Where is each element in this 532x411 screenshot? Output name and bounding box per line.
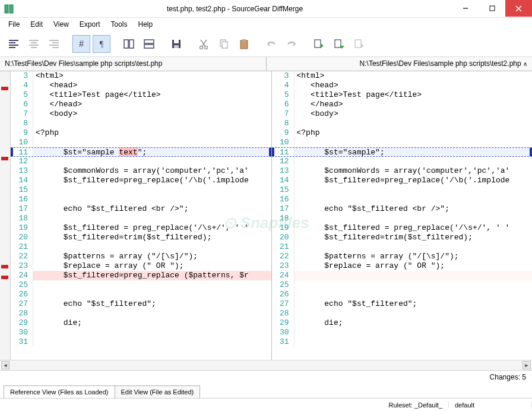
code-line[interactable]: 18 xyxy=(11,214,271,223)
apply-diff-icon[interactable] xyxy=(350,35,368,53)
hscroll-left[interactable]: ◄ ► xyxy=(0,361,532,370)
code-line[interactable]: 31 xyxy=(272,337,533,347)
redo-icon[interactable] xyxy=(283,35,300,53)
code-line[interactable]: 18 xyxy=(272,214,533,223)
code-line[interactable]: 10 xyxy=(11,138,271,147)
code-line[interactable]: 22 $patterns = array ("/[\s]/"); xyxy=(11,252,271,261)
code-line[interactable]: 4 <head> xyxy=(11,81,271,90)
menu-edit[interactable]: Edit xyxy=(26,19,48,30)
menu-help[interactable]: Help xyxy=(134,19,158,30)
svg-rect-0 xyxy=(5,5,8,13)
code-line[interactable]: 3<html> xyxy=(11,71,271,81)
scroll-right-arrow-icon[interactable]: ► xyxy=(522,361,531,369)
line-number: 6 xyxy=(11,100,33,109)
code-line[interactable]: 9<?php xyxy=(11,128,271,138)
line-number: 30 xyxy=(11,328,33,337)
code-line[interactable]: 4 <head> xyxy=(272,81,533,90)
code-line[interactable]: 27 echo "$st_filtered"; xyxy=(11,299,271,309)
left-code[interactable]: 3<html>4 <head>5 <title>Test page</title… xyxy=(11,71,271,360)
tab-edit-view[interactable]: Edit View (File as Edited) xyxy=(115,385,201,398)
maximize-button[interactable] xyxy=(479,0,505,17)
code-line[interactable]: 25 xyxy=(11,280,271,290)
code-line[interactable]: 14 $st_filtered=preg_replace('/\b('.impl… xyxy=(11,176,271,185)
code-line[interactable]: 8 xyxy=(11,119,271,128)
copy-icon[interactable] xyxy=(215,35,233,53)
code-line[interactable]: 28 xyxy=(11,309,271,318)
code-text xyxy=(294,195,533,204)
code-line[interactable]: 7 <body> xyxy=(11,109,271,119)
code-line[interactable]: 23 $replace = array (" OR "); xyxy=(11,261,271,271)
menu-view[interactable]: View xyxy=(49,19,74,30)
code-line[interactable]: 15 xyxy=(11,185,271,195)
paste-icon[interactable] xyxy=(235,35,253,53)
code-line[interactable]: 6 </head> xyxy=(272,100,533,109)
change-marker[interactable] xyxy=(1,87,8,90)
code-line[interactable]: 5 <title>Test page</title> xyxy=(11,90,271,100)
code-line[interactable]: 23 $replace = array (" OR "); xyxy=(272,261,533,271)
close-button[interactable] xyxy=(505,0,532,17)
show-linenumbers-icon[interactable]: # xyxy=(72,35,90,53)
scroll-track[interactable] xyxy=(10,361,522,369)
align-left-icon[interactable] xyxy=(5,35,23,53)
code-line[interactable]: 17 echo "$st_filtered <br />"; xyxy=(272,204,533,214)
align-right-icon[interactable] xyxy=(45,35,63,53)
code-line[interactable]: 5 <title>Test page</title> xyxy=(272,90,533,100)
code-line[interactable]: 30 xyxy=(11,328,271,337)
menu-export[interactable]: Export xyxy=(75,19,105,30)
cut-icon[interactable] xyxy=(195,35,213,53)
code-line[interactable]: 9<?php xyxy=(272,128,533,138)
change-marker[interactable] xyxy=(1,276,8,279)
align-center-icon[interactable] xyxy=(25,35,43,53)
code-line[interactable]: 8 xyxy=(272,119,533,128)
menu-tools[interactable]: Tools xyxy=(106,19,132,30)
code-line[interactable]: 28 xyxy=(272,309,533,318)
undo-icon[interactable] xyxy=(262,35,280,53)
code-line[interactable]: 21 xyxy=(272,242,533,252)
code-line[interactable]: 25 xyxy=(272,280,533,290)
menu-file[interactable]: File xyxy=(4,19,24,30)
code-line[interactable]: 30 xyxy=(272,328,533,337)
right-code[interactable]: 3<html>4 <head>5 <title>Test page</title… xyxy=(272,71,533,360)
code-line[interactable]: 11 $st="sample text"; xyxy=(11,147,271,157)
code-line[interactable]: 20 $st_filtered=trim($st_filtered); xyxy=(11,233,271,242)
next-diff-icon[interactable] xyxy=(330,35,348,53)
code-line[interactable]: 7 <body> xyxy=(272,109,533,119)
change-marker[interactable] xyxy=(1,265,8,268)
code-line[interactable]: 26 xyxy=(11,290,271,299)
code-line[interactable]: 19 $st_filtered = preg_replace('/\s+/', … xyxy=(11,223,271,233)
code-line[interactable]: 11 $st="sample"; xyxy=(272,147,533,157)
code-line[interactable]: 15 xyxy=(272,185,533,195)
code-line[interactable]: 19 $st_filtered = preg_replace('/\s+/', … xyxy=(272,223,533,233)
code-line[interactable]: 27 echo "$st_filtered"; xyxy=(272,299,533,309)
tab-reference-view[interactable]: Reference View (Files as Loaded) xyxy=(4,385,115,398)
code-line[interactable]: 22 $patterns = array ("/[\s]/"); xyxy=(272,252,533,261)
code-line[interactable]: 21 xyxy=(11,242,271,252)
code-line[interactable]: 13 $commonWords = array('computer','pc',… xyxy=(11,166,271,176)
code-line[interactable]: 29 die; xyxy=(272,318,533,328)
scroll-left-arrow-icon[interactable]: ◄ xyxy=(1,361,10,369)
code-line[interactable]: 29 die; xyxy=(11,318,271,328)
code-line[interactable]: 12 xyxy=(272,157,533,166)
code-line[interactable]: 17 echo "$st_filtered <br />"; xyxy=(11,204,271,214)
code-line[interactable]: 20 $st_filtered=trim($st_filtered); xyxy=(272,233,533,242)
code-line[interactable]: 12 xyxy=(11,157,271,166)
save-icon[interactable] xyxy=(167,35,185,53)
minimize-button[interactable] xyxy=(452,0,479,17)
change-marker[interactable] xyxy=(1,157,8,160)
code-line[interactable]: 3<html> xyxy=(272,71,533,81)
code-line[interactable]: 14 $st_filtered=preg_replace('/\b('.impl… xyxy=(272,176,533,185)
split-vertical-icon[interactable] xyxy=(120,35,138,53)
show-whitespace-icon[interactable]: ¶ xyxy=(93,35,110,53)
prev-diff-icon[interactable] xyxy=(310,35,328,53)
code-line[interactable]: 26 xyxy=(272,290,533,299)
code-line[interactable]: 24 $st_filtered=preg_replace ($patterns,… xyxy=(11,271,271,280)
change-overview-strip[interactable] xyxy=(0,71,11,360)
code-line[interactable]: 6 </head> xyxy=(11,100,271,109)
code-line[interactable]: 31 xyxy=(11,337,271,347)
code-line[interactable]: 16 xyxy=(11,195,271,204)
code-line[interactable]: 10 xyxy=(272,138,533,147)
code-line[interactable]: 16 xyxy=(272,195,533,204)
split-horizontal-icon[interactable] xyxy=(140,35,158,53)
code-line[interactable]: 13 $commonWords = array('computer','pc',… xyxy=(272,166,533,176)
code-line[interactable]: 24 xyxy=(272,271,533,280)
